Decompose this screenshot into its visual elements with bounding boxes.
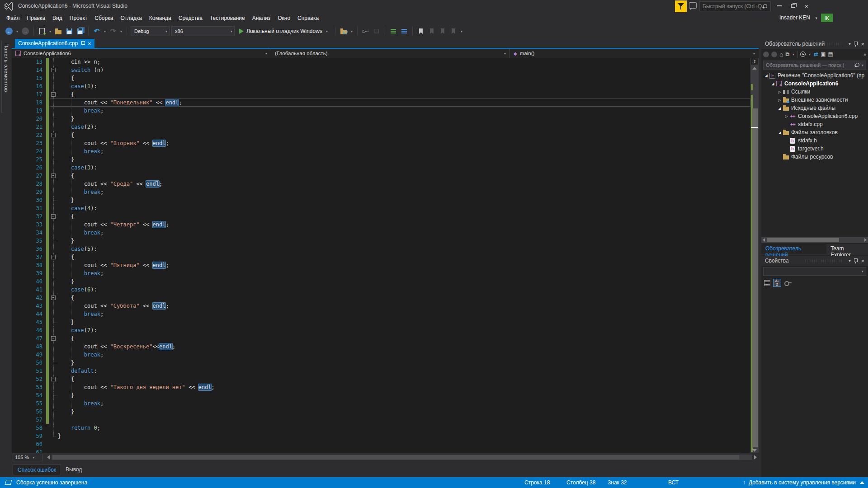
menu-item-7[interactable]: Команда	[146, 13, 175, 23]
outlining-margin[interactable]	[50, 147, 58, 155]
code-line-59[interactable]: 59}	[12, 432, 750, 440]
code-line-32[interactable]: 32− {	[12, 212, 750, 221]
breakpoint-margin[interactable]	[12, 302, 28, 310]
horizontal-scroll-thumb[interactable]	[767, 238, 839, 242]
outlining-margin[interactable]	[50, 139, 58, 147]
code-line-19[interactable]: 19 break;	[12, 107, 750, 115]
collapse-region-icon[interactable]: −	[51, 214, 56, 219]
breakpoint-margin[interactable]	[12, 245, 28, 253]
code-line-46[interactable]: 46 case(7):	[12, 326, 750, 334]
outlining-margin[interactable]	[50, 286, 58, 294]
breakpoint-margin[interactable]	[12, 107, 28, 115]
split-window-handle[interactable]: ⇕	[750, 58, 759, 65]
tree-item-7[interactable]: ++stdafx.cpp	[761, 120, 868, 128]
code-line-24[interactable]: 24 break;	[12, 147, 750, 155]
panel-menu-icon[interactable]: ▼	[848, 42, 851, 46]
breakpoint-margin[interactable]	[12, 253, 28, 261]
tree-item-8[interactable]: ◢Файлы заголовков	[761, 128, 868, 136]
nav-scope-dropdown[interactable]: (Глобальная область) ▾	[271, 49, 510, 58]
save-all-icon[interactable]	[75, 27, 85, 36]
editor-zoom-dropdown[interactable]: 105 %▾	[13, 454, 42, 461]
breakpoint-margin[interactable]	[12, 237, 28, 245]
breakpoint-margin[interactable]	[12, 391, 28, 399]
tree-item-2[interactable]: ◢ConsoleApplication6	[761, 80, 868, 88]
code-line-52[interactable]: 52− {	[12, 375, 750, 383]
outlining-margin[interactable]	[50, 383, 58, 391]
code-line-37[interactable]: 37− {	[12, 253, 750, 261]
nav-member-dropdown[interactable]: ◆ main() ▾	[510, 49, 759, 58]
breakpoint-margin[interactable]	[12, 123, 28, 131]
outlining-margin[interactable]	[50, 115, 58, 123]
breakpoint-margin[interactable]	[12, 58, 28, 66]
code-line-18[interactable]: 18 cout << "Понедельник" << endl;	[12, 99, 750, 107]
vertical-scroll-thumb[interactable]	[752, 108, 758, 447]
breakpoint-margin[interactable]	[12, 261, 28, 269]
navigate-back-icon[interactable]: ←	[5, 27, 14, 36]
code-line-53[interactable]: 53 cout << "Такого дня недели нет" << en…	[12, 383, 750, 391]
outlining-margin[interactable]	[50, 269, 58, 277]
restore-button[interactable]	[787, 0, 799, 12]
undo-icon[interactable]: ↶	[92, 27, 101, 36]
breakpoint-margin[interactable]	[12, 351, 28, 359]
solution-explorer-header[interactable]: Обозреватель решений ▼ ×	[761, 39, 868, 49]
add-to-source-control-button[interactable]: ↑ Добавить в систему управления версиями	[743, 479, 864, 486]
tree-horizontal-scrollbar[interactable]	[761, 237, 868, 243]
menu-item-9[interactable]: Тестирование	[206, 13, 249, 23]
outlining-margin[interactable]: −	[50, 375, 58, 383]
close-icon[interactable]: ×	[861, 258, 864, 264]
outlining-margin[interactable]: −	[50, 253, 58, 261]
breakpoint-margin[interactable]	[12, 294, 28, 302]
outlining-margin[interactable]	[50, 82, 58, 90]
outlining-margin[interactable]	[50, 408, 58, 416]
breakpoint-margin[interactable]	[12, 196, 28, 204]
tree-item-5[interactable]: ◢Исходные файлы	[761, 104, 868, 112]
tree-item-1[interactable]: ◢∞Решение "ConsoleApplication6" (пр	[761, 71, 868, 80]
breakpoint-margin[interactable]	[12, 66, 28, 74]
breakpoint-margin[interactable]	[12, 204, 28, 212]
collapse-icon[interactable]: ◢	[770, 82, 776, 86]
outlining-margin[interactable]	[50, 196, 58, 204]
menu-item-5[interactable]: Сборка	[91, 13, 117, 23]
outlining-margin[interactable]	[50, 237, 58, 245]
tree-item-9[interactable]: hstdafx.h	[761, 136, 868, 145]
code-line-45[interactable]: 45 }	[12, 318, 750, 326]
scroll-up-icon[interactable]	[752, 67, 757, 70]
menu-item-6[interactable]: Отладка	[117, 13, 145, 23]
collapse-icon[interactable]: ◢	[763, 74, 769, 78]
breakpoint-margin[interactable]	[12, 180, 28, 188]
outlining-margin[interactable]	[50, 318, 58, 326]
horizontal-scroll-thumb[interactable]	[52, 455, 739, 460]
user-name[interactable]: Insader KEN	[779, 14, 810, 21]
collapse-region-icon[interactable]: −	[51, 133, 56, 137]
outlining-margin[interactable]	[50, 164, 58, 172]
code-line-54[interactable]: 54 }	[12, 391, 750, 399]
code-line-16[interactable]: 16 case(1):	[12, 82, 750, 90]
breakpoint-margin[interactable]	[12, 286, 28, 294]
filter-caret-icon[interactable]: ▾	[808, 52, 811, 56]
breakpoint-margin[interactable]	[12, 399, 28, 408]
code-line-55[interactable]: 55 break;	[12, 399, 750, 408]
breakpoint-margin[interactable]	[12, 269, 28, 277]
scroll-left-icon[interactable]	[763, 238, 765, 242]
code-line-51[interactable]: 51 default:	[12, 367, 750, 375]
tab-error-list[interactable]: Список ошибок	[13, 465, 61, 475]
properties-window-icon[interactable]: ▤	[828, 51, 833, 57]
code-line-25[interactable]: 25 }	[12, 155, 750, 164]
outlining-margin[interactable]: −	[50, 294, 58, 302]
breakpoint-margin[interactable]	[12, 155, 28, 164]
start-debugging-button[interactable]: Локальный отладчик Windows ▾	[236, 28, 331, 34]
outlining-margin[interactable]	[50, 351, 58, 359]
expand-icon[interactable]: ▷	[783, 114, 789, 118]
breakpoint-margin[interactable]	[12, 164, 28, 172]
breakpoint-margin[interactable]	[12, 90, 28, 99]
breakpoint-margin[interactable]	[12, 131, 28, 139]
tree-item-10[interactable]: htargetver.h	[761, 145, 868, 153]
outlining-margin[interactable]	[50, 188, 58, 196]
outlining-margin[interactable]	[50, 326, 58, 334]
collapse-icon[interactable]: ◢	[777, 131, 783, 135]
outlining-margin[interactable]	[50, 416, 58, 424]
breakpoint-margin[interactable]	[12, 383, 28, 391]
breakpoint-margin[interactable]	[12, 188, 28, 196]
code-line-39[interactable]: 39 break;	[12, 269, 750, 277]
code-line-22[interactable]: 22− {	[12, 131, 750, 139]
